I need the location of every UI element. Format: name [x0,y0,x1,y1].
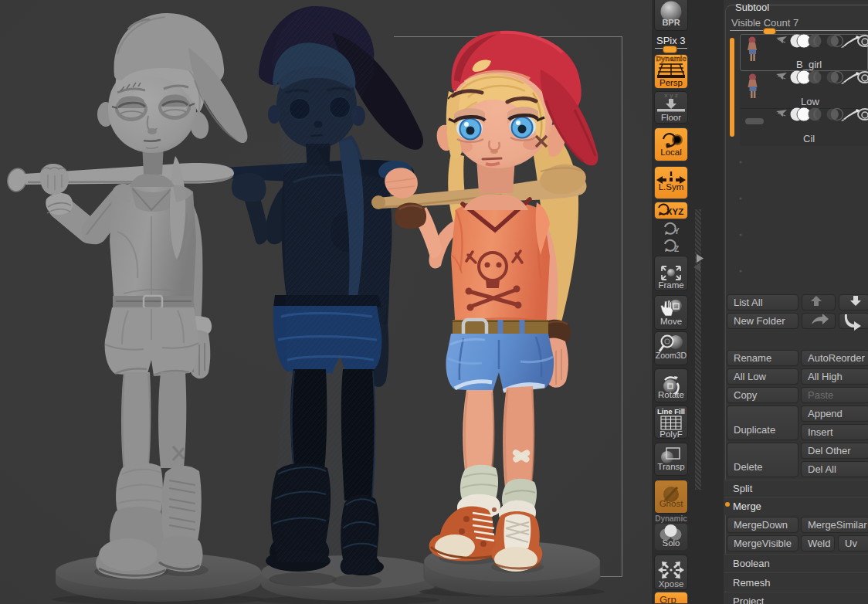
svg-text:Z: Z [674,245,679,253]
svg-text:x y z: x y z [664,92,677,99]
svg-text:Frame: Frame [658,280,683,290]
svg-text:Zoom3D: Zoom3D [656,351,687,360]
svg-text:Xpose: Xpose [659,579,684,589]
svg-text:Y: Y [674,227,680,236]
svg-text:PolyF: PolyF [659,429,682,439]
svg-text:Dynamic: Dynamic [655,514,687,523]
svg-text:Local: Local [660,148,682,157]
svg-text:Solo: Solo [662,538,680,548]
svg-text:Move: Move [660,317,682,326]
svg-text:Ghost: Ghost [659,499,683,508]
svg-text:Dynamic: Dynamic [656,54,687,63]
svg-text:Grp: Grp [659,594,676,604]
svg-text:Line Fill: Line Fill [657,407,685,416]
svg-text:Rotate: Rotate [658,390,684,399]
svg-text:Floor: Floor [661,113,681,122]
svg-text:BPR: BPR [662,18,680,27]
svg-text:Persp: Persp [659,78,683,87]
svg-text:XYZ: XYZ [666,207,683,216]
svg-text:Transp: Transp [657,462,684,471]
svg-text:L.Sym: L.Sym [659,182,684,192]
